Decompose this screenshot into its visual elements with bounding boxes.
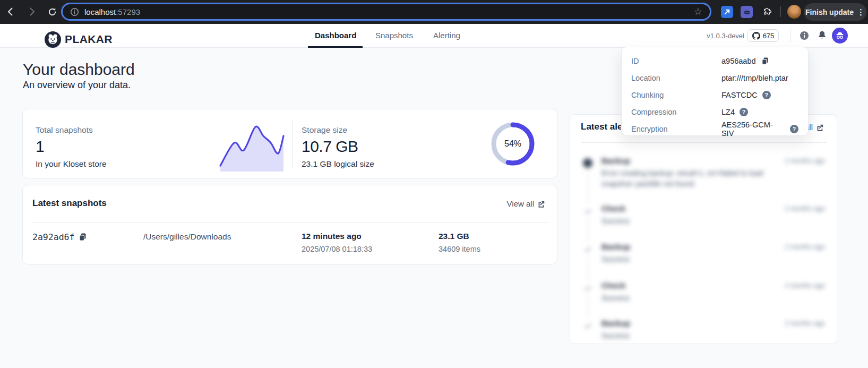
- encryption-help-icon[interactable]: ?: [790, 125, 798, 133]
- alert-timestamp: 2 months ago: [785, 205, 825, 212]
- repo-compression-value: LZ4: [721, 108, 735, 116]
- alert-message: Error creating backup: retval=1, err=fai…: [601, 168, 782, 189]
- total-snapshots-caption: In your Kloset store: [36, 159, 107, 169]
- external-link-icon: [537, 200, 545, 208]
- popover-row-encryption: Encryption AES256-GCM-SIV ?: [631, 121, 798, 138]
- alert-timestamp: 2 months ago: [785, 282, 825, 289]
- popover-label: ID: [631, 57, 721, 65]
- github-stars-count: 675: [763, 32, 775, 40]
- total-snapshots-label: Total snapshots: [36, 125, 93, 135]
- snapshot-row[interactable]: 2a92ad6f /Users/gilles/Downloads 12 minu…: [23, 230, 558, 255]
- chrome-separator: [780, 6, 781, 17]
- chunking-help-icon[interactable]: ?: [762, 91, 771, 99]
- latest-snapshots-title: Latest snapshots: [32, 198, 107, 209]
- url-port: :57293: [116, 7, 140, 16]
- alert-message: Success: [601, 330, 630, 341]
- alerting-list: Backup Error creating backup: retval=1, …: [570, 115, 838, 345]
- popover-row-location: Location ptar:///tmp/bleh.ptar: [631, 70, 798, 87]
- controller-icon: [743, 8, 751, 16]
- snapshot-items: 34609 items: [439, 245, 480, 253]
- popover-label: Encryption: [631, 125, 721, 133]
- user-avatar-button[interactable]: [832, 28, 848, 44]
- plakar-mascot-icon: [45, 31, 61, 48]
- browser-profile-avatar[interactable]: [787, 5, 801, 19]
- popover-row-compression: Compression LZ4 ?: [631, 104, 798, 121]
- snapshots-view-all-label: View all: [507, 199, 534, 208]
- kebab-menu-icon[interactable]: ⋮: [857, 7, 865, 17]
- popover-label: Compression: [631, 108, 721, 116]
- page-subtitle: An overview of your data.: [23, 80, 131, 91]
- alert-timeline: [587, 168, 588, 318]
- compression-help-icon[interactable]: ?: [740, 108, 748, 116]
- info-icon: [800, 31, 809, 40]
- alert-message: Success: [601, 254, 630, 264]
- extensions-puzzle-button[interactable]: [759, 4, 774, 19]
- alert-status-wrap: [582, 320, 594, 331]
- snapshots-sparkline-chart: [219, 120, 285, 173]
- arrow-left-icon: [5, 6, 16, 17]
- alert-message: Success: [601, 293, 630, 303]
- github-icon: [752, 32, 760, 40]
- repository-info-popover: ID a956aabd Location ptar:///tmp/bleh.pt…: [621, 47, 809, 136]
- alert-title: Check: [601, 204, 625, 213]
- tab-snapshots[interactable]: Snapshots: [375, 31, 413, 40]
- copy-icon: [78, 232, 87, 241]
- storage-size-label: Storage size: [302, 125, 347, 135]
- info-button[interactable]: [800, 31, 809, 42]
- popover-label: Chunking: [631, 91, 721, 99]
- tab-alerting[interactable]: Alerting: [433, 31, 460, 40]
- snapshots-divider: [31, 222, 549, 223]
- github-stars-badge[interactable]: 675: [747, 29, 779, 42]
- alert-status-wrap: [582, 282, 594, 294]
- forward-button[interactable]: [24, 4, 39, 19]
- alert-title: Check: [601, 281, 625, 290]
- alert-title: Backup: [601, 242, 630, 251]
- snapshot-path: /Users/gilles/Downloads: [143, 232, 231, 242]
- copy-repo-id-button[interactable]: [761, 56, 769, 66]
- url-host: localhost: [84, 7, 116, 16]
- back-button[interactable]: [3, 4, 18, 19]
- copy-snapshot-id-button[interactable]: [78, 232, 87, 243]
- bookmark-star-icon[interactable]: ☆: [694, 7, 702, 16]
- snapshot-date: 2025/07/08 01:18:33: [302, 245, 372, 253]
- diagonal-arrow-icon: [724, 8, 731, 15]
- copy-icon: [761, 56, 769, 65]
- screen: localhost:57293 ☆ Finish update ⋮ PLAKAR: [0, 0, 868, 368]
- snapshot-id: 2a92ad6f: [32, 232, 74, 242]
- stats-divider: [292, 120, 293, 169]
- snapshot-when: 12 minutes ago: [302, 232, 362, 241]
- alert-error-dot-icon: [583, 158, 592, 168]
- notifications-button[interactable]: [817, 30, 828, 43]
- reload-button[interactable]: [45, 4, 59, 19]
- header-separator: [790, 29, 790, 42]
- alert-timestamp: 2 months ago: [785, 243, 825, 251]
- arrow-right-icon: [27, 6, 37, 17]
- page-title: Your dashboard: [23, 61, 135, 79]
- check-icon: [584, 322, 592, 330]
- extension-icon-arrow[interactable]: [721, 6, 733, 18]
- alert-message: Success: [601, 216, 630, 226]
- repo-encryption-value: AES256-GCM-SIV: [721, 121, 785, 138]
- plakar-logo[interactable]: [45, 31, 61, 48]
- extension-icon-2[interactable]: [741, 6, 753, 18]
- app-version: v1.0.3-devel: [686, 32, 744, 40]
- alert-title: Backup: [601, 156, 630, 165]
- donut-percent-label: 54%: [491, 122, 535, 166]
- alert-timestamp: 2 months ago: [785, 320, 825, 327]
- tab-dashboard[interactable]: Dashboard: [315, 31, 356, 40]
- repo-id-value: a956aabd: [721, 57, 756, 65]
- snapshots-view-all-link[interactable]: View all: [507, 199, 545, 208]
- stats-card: Total snapshots 1 In your Kloset store S…: [22, 109, 557, 178]
- finish-update-button[interactable]: Finish update ⋮: [804, 3, 866, 21]
- brand-name: PLAKAR: [65, 33, 113, 46]
- site-info-icon[interactable]: [70, 7, 79, 16]
- storage-size-caption: 23.1 GB logical size: [302, 159, 374, 169]
- repo-location-value: ptar:///tmp/bleh.ptar: [721, 74, 788, 82]
- puzzle-icon: [762, 7, 772, 17]
- url-bar[interactable]: localhost:57293 ☆: [61, 3, 711, 21]
- check-icon: [584, 207, 592, 215]
- finish-update-label: Finish update: [805, 8, 854, 16]
- bell-icon: [817, 30, 828, 41]
- latest-snapshots-card: Latest snapshots View all 2a92ad6f /User…: [22, 185, 557, 264]
- repo-chunking-value: FASTCDC: [721, 91, 758, 99]
